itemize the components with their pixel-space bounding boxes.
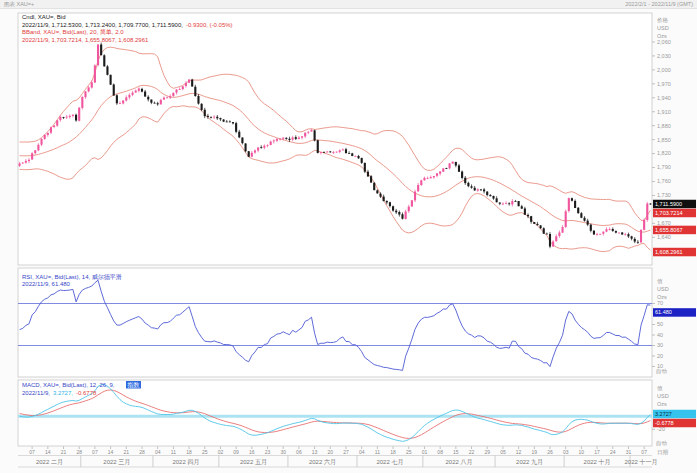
candle-body [583,218,585,221]
candle-body [511,201,513,204]
candle-body [153,103,155,104]
price-badge-bb_upper-label: 1,703.7214 [655,210,683,216]
candle-body [304,133,306,137]
candle-body [392,206,394,210]
week-tick-label: 16 [249,449,255,455]
week-tick-label: 18 [390,449,396,455]
candle-body [329,151,331,152]
week-tick-label: 13 [312,449,318,455]
week-tick-label: 12 [516,449,522,455]
candle-body [103,55,105,66]
candle-body [543,228,545,233]
candle-body [354,156,356,157]
chart-canvas[interactable]: 图表 XAU=+ 2022/2/1 - 2022/11/9 (GMT) 2,06… [0,0,697,473]
week-tick-label: 14 [45,449,51,455]
candle-body [314,130,316,140]
candle-body [605,229,607,231]
candle-body [398,212,400,215]
macd-legend-signal-value: -0.6778 [76,390,97,396]
candle-body [40,139,42,145]
rsi-tick-label: 50 [657,321,663,327]
candle-body [251,153,253,157]
price-tick-label: 1,940 [657,95,671,101]
week-tick-label: 21 [124,449,130,455]
week-tick-label: 08 [437,449,443,455]
candle-body [197,96,199,104]
candle-body [540,225,542,228]
candle-body [649,204,651,205]
week-tick-label: 19 [532,449,538,455]
week-tick-label: 28 [76,449,82,455]
candle-body [458,165,460,171]
rsi-panel[interactable] [18,268,652,377]
price-tick-label: 1,730 [657,192,671,198]
macd-legend-date: 2022/11/9, [22,390,50,396]
candle-body [84,91,86,97]
candle-body [106,66,108,74]
candle-legend-title: Cndl, XAU=, Bid [22,14,66,20]
candle-body [323,152,325,153]
price-tick-label: 1,790 [657,164,671,170]
week-tick-label: 15 [453,449,459,455]
macd-axis-auto-label[interactable]: 自动 [656,440,668,446]
candle-body [364,163,366,172]
candle-body [94,65,96,82]
candle-body [624,234,626,235]
candle-body [226,122,228,123]
candle-body [345,149,347,153]
candle-body [22,163,24,164]
candle-body [273,141,275,142]
candle-body [62,117,64,118]
week-tick-label: 27 [343,449,349,455]
rsi-tick-label: 40 [657,332,663,338]
week-tick-label: 23 [265,449,271,455]
candle-body [185,83,187,86]
candle-body [270,142,272,145]
candle-body [599,234,601,235]
candle-body [436,173,438,175]
candle-body [254,150,256,152]
candle-body [514,201,516,202]
candle-body [160,100,162,105]
candle-body [602,232,604,234]
candle-body [292,137,294,139]
week-tick-label: 07 [92,449,98,455]
month-label: 2022 十一月 [625,459,658,466]
candle-body [596,234,598,235]
candle-body [467,183,469,186]
candle-body [66,117,68,118]
candle-body [524,208,526,214]
week-tick-label: 07 [641,449,647,455]
candle-body [201,104,203,110]
candle-body [223,120,225,122]
candle-body [166,97,168,98]
candle-body [357,156,359,158]
price-panel[interactable] [18,13,652,265]
candle-body [25,161,27,163]
candle-body [593,231,595,235]
candle-body [210,117,212,118]
rsi-axis-auto-label[interactable]: 自动 [656,368,668,374]
candle-body [266,145,268,146]
week-tick-label: 26 [547,449,553,455]
price-axis-header-2: USD [657,25,669,31]
candle-body [276,139,278,141]
candle-body [568,198,570,211]
week-tick-label: 28 [139,449,145,455]
candle-body [157,103,159,104]
candle-body [643,220,645,230]
candle-body [474,188,476,191]
candle-body [508,203,510,204]
candle-body [480,189,482,190]
candle-body [383,197,385,201]
candle-body [646,204,648,220]
candle-body [244,143,246,151]
candle-body [288,139,290,140]
candle-body [336,152,338,153]
rsi-legend-title: RSI, XAU=, Bid(Last), 14, 威尔德平滑 [22,273,122,281]
candle-body [376,190,378,193]
candle-body [163,98,165,100]
candle-body [445,168,447,169]
candle-body [470,186,472,187]
candle-body [627,234,629,236]
